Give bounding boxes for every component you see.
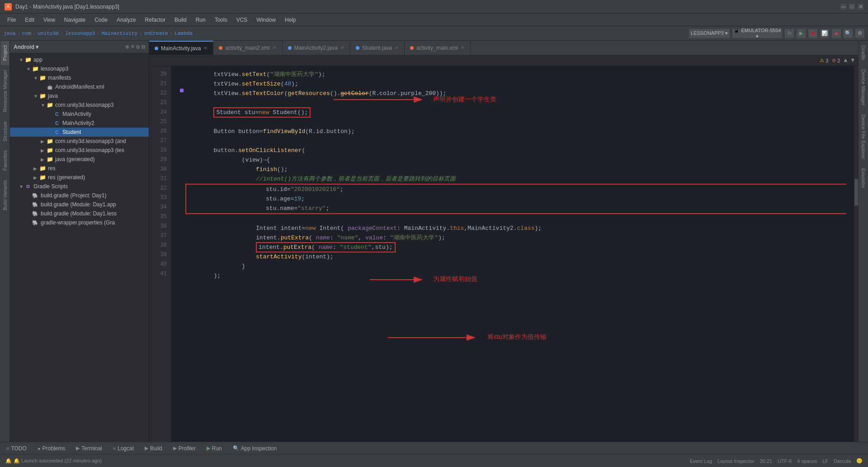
tree-item-mainactivity[interactable]: ▶ C MainActivity	[10, 110, 149, 119]
menu-view[interactable]: View	[40, 16, 59, 24]
tree-item-java-generated[interactable]: ▶ 📁 java (generated)	[10, 155, 149, 164]
menu-analyze[interactable]: Analyze	[113, 16, 140, 24]
menu-edit[interactable]: Edit	[21, 16, 38, 24]
bottom-tab-app-inspection[interactable]: 🔍 App Inspection	[230, 444, 279, 453]
tree-arrow-res: ▶	[33, 166, 39, 171]
breadcrumb-unity3d[interactable]: unity3d	[38, 31, 58, 36]
tree-item-student[interactable]: ▶ C Student	[10, 128, 149, 137]
code-content[interactable]: txtView.setText("湖南中医药大学"); txtView.setT…	[171, 66, 854, 442]
bottom-tab-logcat[interactable]: ≡ Logcat	[110, 444, 137, 453]
status-layout-inspector[interactable]: Layout Inspector	[717, 458, 754, 464]
warnings-nav-up[interactable]: ▲	[844, 57, 847, 64]
tab-close-student[interactable]: ✕	[395, 45, 399, 51]
bottom-tab-todo[interactable]: ≡ TODO	[4, 444, 29, 453]
minimize-button[interactable]: —	[840, 4, 846, 10]
tree-item-manifests[interactable]: ▼ 📁 manifests	[10, 73, 149, 82]
tab-mainactivity[interactable]: MainActivity.java ✕	[149, 41, 213, 55]
tree-item-buildgradle-app[interactable]: ▶ 🐘 build.gradle (Module: Day1.app	[10, 200, 149, 209]
right-tab-device-file[interactable]: Device File Explorer	[859, 110, 868, 163]
settings-button[interactable]: ⚙	[855, 29, 864, 38]
bottom-tab-problems[interactable]: ● Problems	[35, 444, 68, 453]
project-icon-locate[interactable]: ⊕	[126, 43, 129, 51]
warning-icon: ⚠	[820, 57, 824, 63]
project-icon-settings[interactable]: ≡	[131, 43, 135, 51]
sidebar-tab-resource[interactable]: Resource Manager	[1, 65, 9, 117]
close-button[interactable]: ✕	[858, 4, 863, 10]
tree-item-res-generated[interactable]: ▶ 📁 res (generated)	[10, 173, 149, 182]
menu-vcs[interactable]: VCS	[233, 16, 251, 24]
tab-mainactivity2[interactable]: MainActivity2.java ✕	[283, 41, 350, 55]
breadcrumb-mainactivity[interactable]: MainActivity	[102, 31, 137, 36]
bottom-tab-terminal[interactable]: ▶ Terminal	[73, 444, 104, 453]
tree-item-buildgradle-project[interactable]: ▶ 🐘 build.gradle (Project: Day1)	[10, 191, 149, 200]
menu-help[interactable]: Help	[281, 16, 300, 24]
breadcrumb-java[interactable]: java	[4, 31, 15, 36]
bottom-tab-profiler[interactable]: ▶ Profiler	[170, 444, 198, 453]
breadcrumb-lambda[interactable]: Lambda	[175, 31, 193, 36]
search-button[interactable]: 🔍	[844, 29, 853, 38]
breadcrumb-lessonapp3[interactable]: lessonapp3	[65, 31, 95, 36]
manifest-icon: 🤖	[46, 83, 53, 91]
window-controls[interactable]: — □ ✕	[840, 4, 863, 10]
sidebar-tab-favorites[interactable]: Favorites	[1, 146, 9, 175]
sidebar-tab-buildvariants[interactable]: Build Variants	[1, 176, 9, 215]
sync-button[interactable]: ↻	[785, 29, 794, 38]
device-button[interactable]: 📱 EMULATOR-5554 ▾	[732, 29, 782, 38]
project-icon-gear[interactable]: ⚙	[136, 43, 140, 51]
menu-window[interactable]: Window	[253, 16, 279, 24]
tab-student[interactable]: Student.java ✕	[350, 41, 405, 55]
tab-close-main2[interactable]: ✕	[273, 45, 277, 51]
scroll-thumb[interactable]	[854, 179, 858, 206]
status-event-log[interactable]: Event Log	[690, 458, 712, 464]
tree-item-lessonapp3[interactable]: ▼ 📁 lessonapp3	[10, 64, 149, 73]
tree-item-gradle-scripts[interactable]: ▼ ⚙ Gradle Scripts	[10, 182, 149, 191]
tree-label-app: app	[33, 57, 42, 63]
maximize-button[interactable]: □	[849, 4, 855, 10]
tab-close-mainactivity[interactable]: ✕	[203, 45, 208, 51]
error-count: 2	[837, 58, 840, 63]
warnings-nav-down[interactable]: ▼	[851, 57, 854, 64]
project-icon-collapse[interactable]: ⊟	[142, 43, 145, 51]
build-run-button[interactable]: ▶	[797, 29, 806, 38]
scrollbar-area[interactable]	[854, 66, 858, 442]
tree-item-package-and[interactable]: ▶ 📁 com.unity3d.lessonapp3 (and	[10, 137, 149, 146]
tree-item-gradle-wrapper[interactable]: ▶ 🐘 gradle-wrapper.properties (Gra	[10, 218, 149, 227]
sidebar-tab-structure[interactable]: Structure	[1, 117, 9, 146]
tab-close-mainactivity2[interactable]: ✕	[340, 45, 344, 51]
debug-button[interactable]: 🐞	[808, 29, 817, 38]
tree-item-java[interactable]: ▼ 📁 java	[10, 91, 149, 100]
tree-item-buildgradle-less[interactable]: ▶ 🐘 build.gradle (Module: Day1.less	[10, 209, 149, 218]
tree-item-app[interactable]: ▼ 📁 app	[10, 55, 149, 64]
tree-item-res[interactable]: ▶ 📁 res	[10, 164, 149, 173]
sidebar-tab-project[interactable]: Project	[1, 41, 9, 65]
tree-item-package-tes[interactable]: ▶ 📁 com.unity3d.lessonapp3 (tes	[10, 146, 149, 155]
bottom-tab-run[interactable]: ▶ Run	[204, 444, 225, 453]
tree-arrow-package: ▼	[41, 103, 46, 108]
warning-count: 3	[826, 58, 828, 63]
bottom-tab-build[interactable]: ▶ Build	[142, 444, 165, 453]
status-lf: LF	[822, 458, 828, 464]
breadcrumb-oncreate[interactable]: onCreate	[144, 31, 168, 36]
tree-item-mainactivity2[interactable]: ▶ C MainActivity2	[10, 119, 149, 128]
tree-item-androidmanifest[interactable]: ▶ 🤖 AndroidManifest.xml	[10, 82, 149, 91]
tab-activity-main2[interactable]: activity_main2.xml ✕	[213, 41, 282, 55]
menu-code[interactable]: Code	[91, 16, 111, 24]
menu-navigate[interactable]: Navigate	[61, 16, 89, 24]
menu-build[interactable]: Build	[171, 16, 190, 24]
tree-label-package-tes: com.unity3d.lessonapp3 (tes	[55, 147, 124, 153]
tab-activity-main[interactable]: activity_main.xml ✕	[405, 41, 470, 55]
tree-item-package[interactable]: ▼ 📁 com.unity3d.lessonapp3	[10, 100, 149, 110]
menu-file[interactable]: File	[4, 16, 19, 24]
right-tab-device-manager[interactable]: Device Manager	[859, 65, 868, 110]
menu-refactor[interactable]: Refactor	[142, 16, 169, 24]
right-tab-emulator[interactable]: Emulator	[859, 164, 868, 193]
stop-button[interactable]: ■	[832, 29, 841, 38]
tab-close-main[interactable]: ✕	[461, 45, 465, 51]
profiler-label: Profiler	[179, 445, 196, 452]
menu-run[interactable]: Run	[192, 16, 209, 24]
menu-tools[interactable]: Tools	[211, 16, 231, 24]
profile-button[interactable]: 📊	[820, 29, 829, 38]
right-tab-gradle[interactable]: Gradle	[859, 41, 868, 65]
breadcrumb-com[interactable]: com	[22, 31, 31, 36]
run-button[interactable]: LESSONAPP3 ▾	[689, 29, 730, 38]
